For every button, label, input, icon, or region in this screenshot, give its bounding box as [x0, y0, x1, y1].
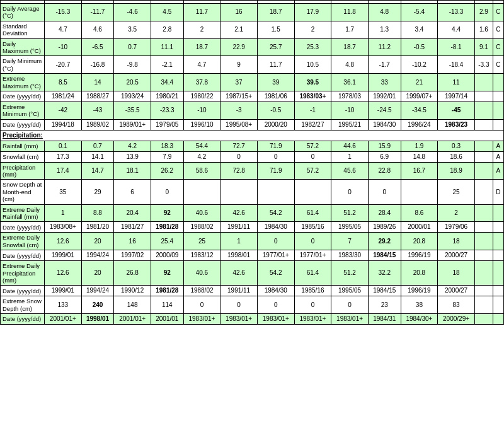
table-row: Date (yyyy/dd)1994/181989/021989/01+1979…: [1, 119, 504, 130]
table-row: Date (yyyy/dd)1999/011994/241990/121981/…: [1, 286, 504, 296]
table-row: Rainfall (mm)0.10.74.218.354.472.771.957…: [1, 141, 504, 151]
cell: 1996/19: [401, 250, 438, 261]
cell: [183, 180, 220, 204]
cell: 54.2: [257, 204, 294, 222]
cell: 1999/01: [45, 250, 82, 261]
cell: 20.8: [401, 261, 438, 286]
cell: 1996/24: [401, 119, 438, 130]
cell: 1984/30: [257, 286, 294, 296]
cell: D: [493, 180, 503, 204]
cell: A: [493, 162, 503, 180]
cell: [474, 286, 493, 296]
cell: 16: [220, 4, 258, 21]
cell: 4.6: [81, 21, 114, 38]
cell: 1979/06: [438, 222, 475, 233]
cell: 61.4: [294, 261, 331, 286]
cell: -24.5: [368, 102, 401, 119]
cell: -6.5: [81, 38, 114, 56]
cell: 11.2: [368, 38, 401, 56]
cell: 20.5: [114, 74, 151, 91]
cell: 33: [368, 74, 401, 91]
cell: -10: [183, 102, 220, 119]
cell: 1981/28: [151, 286, 183, 296]
cell: 2: [294, 21, 331, 38]
cell: 133: [45, 296, 82, 314]
cell: 0: [257, 151, 294, 162]
table-row: Extreme Maximum (°C)8.51420.534.437.8373…: [1, 74, 504, 91]
row-label: Snow Depth at Month-end (cm): [1, 180, 45, 204]
table-row: Date (yyyy/dd)1981/241988/271993/241980/…: [1, 91, 504, 102]
table-body: Daily Average (°C)-15.3-11.7-4.64.511.71…: [1, 4, 504, 325]
cell: 11.7: [257, 56, 294, 74]
row-label: Precipitation (mm): [1, 162, 45, 180]
cell: 1983/03+: [294, 91, 331, 102]
cell: 1988/02: [183, 222, 220, 233]
cell: 51.2: [331, 204, 369, 222]
cell: 1995/21: [331, 119, 369, 130]
cell: 61.4: [294, 204, 331, 222]
cell: 42.6: [220, 204, 258, 222]
cell: 1984/30: [368, 119, 401, 130]
cell: 1989/26: [368, 222, 401, 233]
cell: 8.5: [45, 74, 82, 91]
cell: 20.8: [401, 233, 438, 250]
cell: C: [493, 21, 503, 38]
cell: -1.7: [368, 56, 401, 74]
cell: 37: [220, 74, 258, 91]
cell: 1977/01+: [294, 250, 331, 261]
cell: 0: [294, 233, 331, 250]
table-row: Date (yyyy/dd)1983/08+1981/201981/271981…: [1, 222, 504, 233]
cell: 1985/16: [294, 222, 331, 233]
cell: 7: [331, 233, 369, 250]
cell: -8.1: [438, 38, 475, 56]
cell: -23.3: [151, 102, 183, 119]
cell: 1981/28: [151, 222, 183, 233]
cell: 1996/19: [401, 286, 438, 296]
cell: 35: [45, 180, 82, 204]
cell: 1985/16: [294, 286, 331, 296]
cell: 18.1: [114, 162, 151, 180]
cell: 9.1: [474, 38, 493, 56]
cell: -4.6: [114, 4, 151, 21]
cell: 22.9: [220, 38, 258, 56]
cell: 1983/12: [183, 250, 220, 261]
cell: [474, 180, 493, 204]
cell: 29: [81, 180, 114, 204]
cell: [474, 204, 493, 222]
cell: 1: [220, 233, 258, 250]
cell: 1990/12: [114, 286, 151, 296]
cell: -5.4: [401, 4, 438, 21]
cell: 18.9: [438, 162, 475, 180]
cell: -20.7: [45, 56, 82, 74]
row-label: Extreme Daily Rainfall (mm): [1, 204, 45, 222]
cell: 18.7: [257, 4, 294, 21]
cell: 20: [81, 233, 114, 250]
cell: 8.6: [401, 204, 438, 222]
cell: 4.8: [368, 4, 401, 21]
cell: [493, 102, 503, 119]
cell: 1994/24: [81, 250, 114, 261]
cell: [493, 74, 503, 91]
cell: [474, 91, 493, 102]
cell: 1998/01: [220, 250, 258, 261]
cell: [474, 261, 493, 286]
cell: 18: [438, 233, 475, 250]
cell: [257, 180, 294, 204]
row-label: Extreme Daily Precipitation (mm): [1, 261, 45, 286]
cell: 1.7: [331, 21, 369, 38]
cell: 39.5: [294, 74, 331, 91]
cell: 1992/01: [368, 91, 401, 102]
cell: 2.9: [474, 4, 493, 21]
cell: 14.7: [81, 162, 114, 180]
cell: 0: [294, 296, 331, 314]
cell: 25: [183, 233, 220, 250]
cell: [493, 261, 503, 286]
row-label: Date (yyyy/dd): [1, 119, 45, 130]
cell: 40.6: [183, 204, 220, 222]
cell: 1977/01+: [257, 250, 294, 261]
cell: [493, 119, 503, 130]
cell: 2.8: [151, 21, 183, 38]
cell: 28.4: [368, 204, 401, 222]
cell: [493, 296, 503, 314]
cell: 1983/01+: [220, 314, 258, 325]
